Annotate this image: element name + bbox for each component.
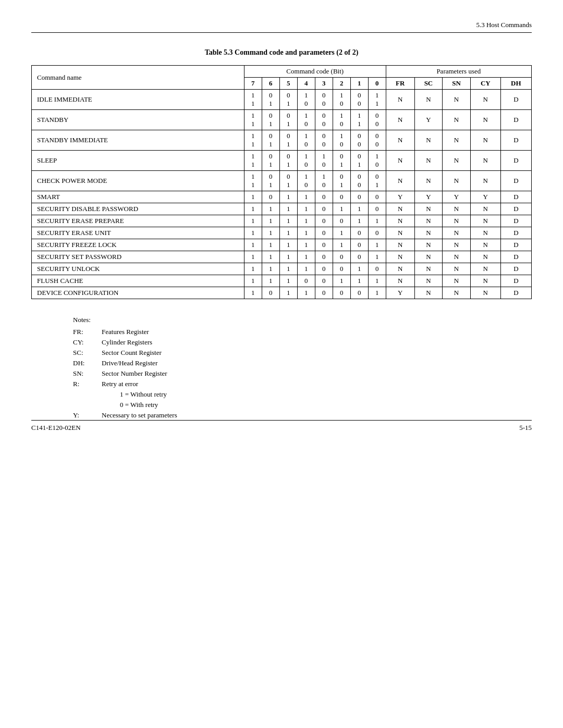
cmd-name-cell: FLUSH CACHE: [32, 275, 244, 287]
bit-cell: 0: [315, 275, 333, 287]
bit-cell: 10: [315, 171, 333, 191]
param-col-cy: CY: [470, 78, 500, 90]
bit-cell: 01: [262, 151, 279, 171]
param-cell: N: [386, 227, 414, 239]
bit-cell: 01: [262, 171, 279, 191]
bit-cell: 1: [333, 239, 350, 251]
param-cell: N: [443, 275, 471, 287]
bit-cell: 1: [244, 287, 262, 299]
bit-cell: 00: [368, 110, 386, 130]
param-cell: N: [443, 287, 471, 299]
param-cell: D: [500, 151, 531, 171]
notes-title: Notes:: [73, 314, 532, 326]
bit-cell: 10: [315, 151, 333, 171]
bit-cell: 0: [333, 287, 350, 299]
table-row: STANDBY1101011000101100NYNND: [32, 110, 532, 130]
param-cell: Y: [414, 110, 443, 130]
param-cell: N: [470, 227, 500, 239]
param-cell: N: [470, 239, 500, 251]
param-cell: D: [500, 90, 531, 110]
note-text: 1 = Without retry: [120, 390, 167, 399]
param-cell: N: [414, 287, 443, 299]
param-group-header: Parameters used: [386, 66, 531, 78]
bit-cell: 0: [315, 203, 333, 215]
param-cell: D: [500, 263, 531, 275]
param-cell: N: [386, 263, 414, 275]
bit-cell: 0: [368, 227, 386, 239]
bit-cell: 1: [297, 251, 315, 263]
note-text: Features Register: [102, 328, 149, 336]
bit-cell: 01: [262, 110, 279, 130]
bit-cell: 00: [350, 130, 368, 151]
bit-cell: 1: [350, 215, 368, 227]
bit-cell: 01: [279, 151, 297, 171]
cmd-name-cell: SECURITY ERASE PREPARE: [32, 215, 244, 227]
bit-cell: 1: [279, 191, 297, 203]
table-row: DEVICE CONFIGURATION10110001YNNND: [32, 287, 532, 299]
bit-cell: 00: [315, 110, 333, 130]
footer-right: 5-15: [519, 424, 532, 432]
bit-cell: 11: [368, 90, 386, 110]
bit-col-2: 2: [333, 78, 350, 90]
table-row: SECURITY DISABLE PASSWORD11110110NNNND: [32, 203, 532, 215]
cmd-name-cell: SMART: [32, 191, 244, 203]
param-cell: N: [414, 203, 443, 215]
param-cell: N: [443, 239, 471, 251]
bit-cell: 0: [350, 239, 368, 251]
bit-cell: 10: [333, 130, 350, 151]
notes-section: Notes:: [31, 314, 532, 326]
param-cell: D: [500, 287, 531, 299]
bit-cell: 1: [350, 263, 368, 275]
cmd-name-cell: SECURITY ERASE UNIT: [32, 227, 244, 239]
param-cell: N: [386, 130, 414, 151]
bit-cell: 01: [368, 171, 386, 191]
table-row: IDLE IMMEDIATE1101011000100011NNNND: [32, 90, 532, 110]
cmd-name-cell: SECURITY DISABLE PASSWORD: [32, 203, 244, 215]
param-cell: N: [443, 130, 471, 151]
bit-cell: 0: [315, 215, 333, 227]
param-cell: N: [470, 203, 500, 215]
bit-col-5: 5: [279, 78, 297, 90]
header-text: 5.3 Host Commands: [476, 21, 532, 29]
bit-cell: 0: [350, 227, 368, 239]
param-cell: N: [386, 171, 414, 191]
note-item: 1 = Without retry: [31, 390, 532, 399]
bit-cell: 1: [297, 263, 315, 275]
bit-cell: 1: [333, 275, 350, 287]
param-cell: N: [470, 130, 500, 151]
param-cell: N: [414, 130, 443, 151]
param-cell: N: [386, 110, 414, 130]
param-cell: N: [470, 215, 500, 227]
bit-cell: 10: [297, 130, 315, 151]
bit-cell: 1: [279, 263, 297, 275]
bit-cell: 1: [244, 203, 262, 215]
bit-cell: 1: [262, 215, 279, 227]
bit-cell: 0: [333, 251, 350, 263]
bit-group-header: Command code (Bit): [244, 66, 386, 78]
bit-col-4: 4: [297, 78, 315, 90]
param-cell: N: [470, 263, 500, 275]
cmd-name-header: Command name: [32, 66, 244, 90]
param-cell: N: [443, 215, 471, 227]
bit-cell: 11: [350, 110, 368, 130]
note-label: SN:: [73, 369, 102, 378]
bit-cell: 1: [279, 251, 297, 263]
param-cell: N: [386, 275, 414, 287]
param-cell: N: [386, 215, 414, 227]
bit-cell: 1: [244, 251, 262, 263]
bit-cell: 0: [333, 263, 350, 275]
table-row: FLUSH CACHE11100111NNNND: [32, 275, 532, 287]
param-cell: N: [470, 90, 500, 110]
param-col-fr: FR: [386, 78, 414, 90]
bit-cell: 0: [315, 287, 333, 299]
bit-cell: 0: [315, 263, 333, 275]
table-row: SECURITY FREEZE LOCK11110101NNNND: [32, 239, 532, 251]
cmd-name-cell: DEVICE CONFIGURATION: [32, 287, 244, 299]
bit-cell: 01: [279, 90, 297, 110]
table-title: Table 5.3 Command code and parameters (2…: [31, 48, 532, 57]
bit-cell: 1: [350, 275, 368, 287]
page: 5.3 Host Commands Table 5.3 Command code…: [0, 0, 563, 453]
param-cell: Y: [443, 191, 471, 203]
bit-cell: 11: [244, 130, 262, 151]
cmd-name-cell: SLEEP: [32, 151, 244, 171]
